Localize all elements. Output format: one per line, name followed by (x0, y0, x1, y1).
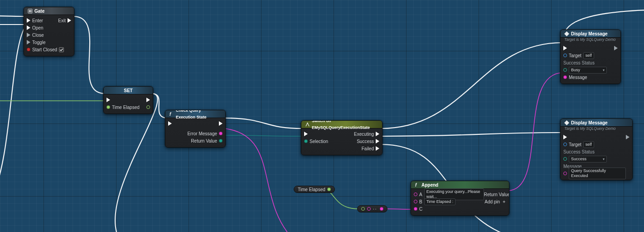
check-error-pin[interactable] (219, 132, 223, 135)
gate-open-label: Open (32, 25, 43, 30)
append-node[interactable]: f Append A Executing your query...Please… (411, 181, 509, 216)
switch-selection-label: Selection (310, 139, 328, 144)
gate-title: Gate (34, 8, 44, 15)
set-var-in-pin[interactable] (107, 105, 110, 109)
time-elapsed-getter[interactable]: Time Elapsed (294, 186, 335, 193)
display1-exec-out[interactable] (614, 46, 618, 50)
gate-startclosed-checkbox[interactable] (59, 47, 64, 52)
svg-rect-2 (30, 10, 31, 12)
switch-out1-label: Executing (354, 132, 374, 137)
switch-failed-pin[interactable] (376, 146, 379, 151)
display1-target-label: Target (569, 53, 581, 58)
display2-exec-in[interactable] (563, 135, 567, 139)
display-message-1-node[interactable]: Display Message Target is My SQLQuery De… (560, 30, 621, 84)
switch-selection-pin[interactable] (304, 139, 308, 143)
display2-header: Display Message (561, 119, 632, 127)
svg-marker-6 (564, 31, 569, 36)
svg-text:f: f (415, 183, 417, 188)
function-icon: f (415, 183, 420, 188)
switch-node[interactable]: Switch on EMySQLQueryExecutionState Exec… (301, 120, 383, 155)
gate-exit-pin[interactable] (68, 18, 71, 23)
gate-close-label: Close (32, 33, 44, 38)
append-addpin-button[interactable]: + (502, 199, 506, 204)
gate-startclosed-pin[interactable] (27, 48, 30, 51)
concat-symbol: ·· (373, 207, 378, 212)
display2-title: Display Message (571, 119, 608, 126)
time-elapsed-out-pin[interactable] (327, 188, 331, 191)
append-a-pin[interactable] (414, 193, 417, 196)
set-header: SET (104, 87, 153, 94)
display2-status-label: Success Status (563, 149, 595, 154)
display2-status-pin[interactable] (563, 157, 567, 161)
append-c-pin[interactable] (414, 207, 417, 211)
display2-target-pin[interactable] (563, 143, 567, 146)
check-return-pin[interactable] (219, 139, 223, 143)
switch-header: Switch on EMySQLQueryExecutionState (301, 121, 382, 128)
display1-status-dropdown[interactable]: Busy (569, 67, 607, 74)
gate-toggle-pin[interactable] (27, 40, 30, 44)
event-icon (564, 31, 569, 36)
gate-header: Gate (24, 7, 74, 15)
switch-icon (305, 122, 310, 127)
display1-exec-in[interactable] (563, 46, 567, 50)
gate-exit-label: Exit (58, 18, 66, 23)
check-query-header: f Check Query Execution State (165, 110, 225, 118)
display2-message-pin[interactable] (563, 172, 567, 175)
svg-rect-1 (29, 10, 30, 12)
check-return-label: Return Value (191, 138, 217, 143)
switch-success-pin[interactable] (376, 139, 379, 143)
check-exec-out[interactable] (219, 121, 223, 126)
switch-exec-in[interactable] (304, 132, 308, 136)
set-exec-out[interactable] (146, 98, 150, 102)
append-b-pin[interactable] (414, 200, 417, 203)
append-b-value[interactable]: Time Elapsed : (424, 198, 456, 205)
display2-message-value[interactable]: Query Successfully Executed (569, 168, 626, 179)
gate-open-pin[interactable] (27, 25, 30, 30)
display1-header: Display Message (561, 30, 620, 38)
svg-marker-7 (564, 120, 569, 125)
display2-exec-out[interactable] (626, 135, 629, 139)
set-exec-in[interactable] (107, 98, 110, 102)
append-header: f Append (411, 181, 509, 189)
display2-status-value: Success (571, 157, 586, 162)
concat-in-a[interactable] (361, 207, 365, 211)
set-node[interactable]: SET Time Elapsed (103, 86, 153, 114)
set-var-out-pin[interactable] (146, 105, 150, 109)
event-icon (564, 120, 569, 125)
concat-out[interactable] (380, 207, 383, 211)
check-exec-in[interactable] (168, 121, 172, 126)
gate-toggle-label: Toggle (32, 40, 45, 45)
append-return-label: Return Value (484, 192, 509, 197)
check-error-label: Error Message (187, 131, 217, 136)
display1-status-pin[interactable] (563, 68, 567, 72)
gate-enter-label: Enter (32, 18, 43, 23)
append-a-label: A (419, 192, 422, 197)
gate-startclosed-label: Start Closed (32, 47, 57, 52)
append-title: Append (421, 182, 438, 188)
display1-subtitle: Target is My SQLQuery Demo (561, 37, 620, 43)
display1-target-value[interactable]: self (583, 52, 594, 59)
gate-enter-pin[interactable] (27, 18, 30, 23)
display2-target-label: Target (569, 142, 581, 147)
switch-out2-label: Success (357, 139, 374, 144)
blueprint-canvas[interactable] (0, 0, 644, 232)
display2-status-dropdown[interactable]: Success (569, 156, 607, 163)
concat-in-b[interactable] (367, 207, 371, 211)
display1-target-pin[interactable] (563, 54, 567, 57)
svg-text:f: f (169, 112, 172, 117)
svg-point-4 (307, 123, 308, 123)
gate-close-pin[interactable] (27, 33, 30, 37)
display2-subtitle: Target is My SQLQuery Demo (561, 126, 632, 132)
display1-title: Display Message (571, 30, 608, 37)
string-concat-mini[interactable]: ·· (357, 205, 387, 212)
check-query-node[interactable]: f Check Query Execution State Error Mess… (165, 110, 226, 148)
gate-node[interactable]: Gate Enter Exit Open Close Toggle Start … (24, 7, 74, 56)
display-message-2-node[interactable]: Display Message Target is My SQLQuery De… (560, 118, 633, 180)
display2-target-value[interactable]: self (583, 141, 594, 148)
time-elapsed-label: Time Elapsed (298, 187, 325, 192)
gate-icon (28, 9, 33, 14)
switch-executing-pin[interactable] (376, 132, 379, 136)
display1-status-label: Success Status (563, 60, 595, 65)
display1-message-pin[interactable] (563, 75, 567, 79)
function-icon: f (169, 112, 174, 117)
